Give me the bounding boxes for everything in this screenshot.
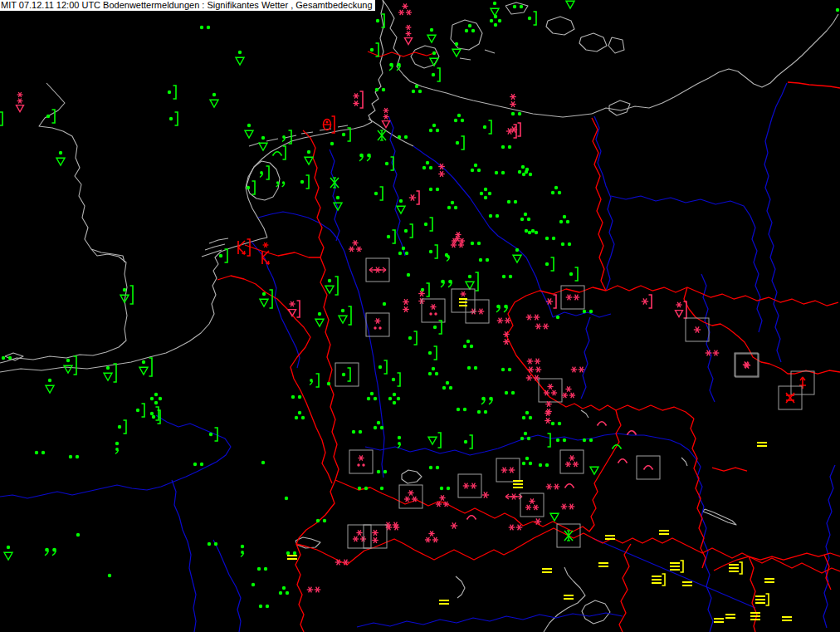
heavy-snow-icon: [399, 485, 422, 508]
light-rain-icon: [291, 395, 301, 399]
heavy-rain-icon: [150, 393, 162, 404]
snow-icon: [509, 525, 523, 531]
rain-shower-station-icon: [64, 356, 76, 375]
heavy-snow-icon: [436, 495, 449, 507]
border-path: [320, 257, 339, 480]
rain-station-icon: [378, 360, 387, 374]
river-path: [357, 613, 623, 627]
drizzle-station-icon: [310, 374, 319, 387]
station-box: [422, 299, 445, 322]
rain-dot-icon: [261, 461, 265, 464]
ice-crystals-icon: [557, 524, 580, 547]
snow-icon: [706, 350, 720, 356]
mist-icon: [542, 569, 552, 572]
light-rain-icon: [501, 145, 511, 149]
coastline-path: [582, 600, 610, 624]
rain-shower-icon: [430, 51, 438, 66]
rain-shower-station-icon: [339, 306, 351, 325]
rain-station-icon: [569, 267, 578, 281]
snow-grains-icon: [366, 313, 389, 336]
light-rain-icon: [257, 567, 267, 571]
squall-arc-station-icon: [273, 146, 286, 159]
border-path: [788, 82, 840, 88]
snow-shower-station-icon: [676, 301, 687, 318]
fog-station-icon: [670, 561, 683, 572]
light-rain-icon: [539, 463, 549, 467]
moderate-drizzle-icon: [45, 548, 56, 556]
border-path: [335, 480, 444, 506]
border-path: [684, 287, 840, 374]
light-rain-icon: [502, 275, 512, 278]
border-path: [506, 287, 694, 419]
rain-station-icon: [387, 230, 395, 243]
rain-station-icon: [46, 110, 55, 123]
moderate-rain-icon: [463, 340, 473, 348]
coastline-path: [209, 238, 228, 243]
coastline-path: [205, 244, 225, 250]
rain-shower-icon: [236, 51, 244, 65]
ice-crystals-icon: [378, 130, 386, 140]
light-rain-icon: [477, 410, 487, 414]
river-path: [213, 540, 241, 632]
light-rain-icon: [352, 430, 362, 434]
shower-icon: [566, 1, 574, 8]
light-rain-icon: [495, 171, 505, 174]
coastline-path: [703, 509, 736, 525]
moderate-drizzle-icon: [359, 154, 371, 161]
river-path: [553, 312, 611, 317]
mist-icon: [659, 531, 669, 534]
rain-dot-icon: [327, 382, 330, 385]
map-title: MIT 07.12.11 12:00 UTC Bodenwettermeldun…: [1, 0, 373, 10]
river-path: [764, 83, 787, 362]
snow-station-icon: [642, 295, 652, 308]
border-path: [296, 480, 593, 565]
moderate-rain-icon: [522, 457, 532, 465]
coastline-path: [579, 33, 607, 51]
light-rain-icon: [200, 26, 210, 29]
station-box: [399, 485, 422, 508]
station-box: [335, 363, 359, 386]
light-rain-icon: [545, 237, 555, 240]
light-rain-icon: [457, 408, 466, 411]
river-path: [581, 317, 590, 399]
mist-icon: [782, 617, 792, 620]
mist-icon: [439, 600, 449, 604]
rain-drizzle-icon: [241, 545, 244, 557]
moderate-snow-station-icon: [353, 91, 363, 108]
station-bracket-icon: [0, 112, 2, 125]
mist-icon: [725, 615, 735, 618]
light-rain-icon: [513, 5, 523, 8]
border-path: [606, 286, 838, 306]
heavy-snow-icon: [539, 379, 562, 402]
rain-station-icon: [528, 12, 536, 25]
moderate-rain-icon: [454, 114, 464, 122]
rain-station-icon: [169, 112, 178, 125]
coastline-path: [0, 83, 127, 363]
rain-station-icon: [374, 187, 383, 200]
border-path: [712, 468, 747, 471]
rain-station-icon: [404, 224, 413, 238]
rain-station-icon: [118, 420, 126, 434]
heavy-drifting-snow-icon: [779, 386, 802, 409]
moderate-rain-icon: [559, 215, 569, 223]
rain-dot-icon: [836, 8, 839, 12]
snow-shower-icon: [405, 25, 413, 44]
rain-dot-icon: [556, 316, 559, 319]
coastline-path: [546, 17, 574, 35]
river-path: [172, 480, 196, 632]
rain-shower-icon: [315, 312, 324, 326]
snow-station-icon: [409, 191, 419, 204]
rain-dot-icon: [76, 533, 80, 536]
moderate-rain-icon: [367, 392, 377, 400]
heavy-snow-icon: [520, 493, 544, 517]
moderate-drizzle-icon: [481, 397, 493, 404]
rain-station-icon: [300, 175, 309, 189]
moderate-snow-icon: [438, 164, 445, 177]
river-path: [823, 465, 835, 628]
rain-shower-icon: [491, 2, 499, 16]
shower-station-icon: [428, 433, 441, 448]
river-path: [365, 434, 713, 632]
rain-dot-icon: [285, 497, 288, 500]
rain-shower-station-icon: [104, 364, 116, 382]
weather-map-window: MIT 07.12.11 12:00 UTC Bodenwettermeldun…: [0, 0, 840, 632]
